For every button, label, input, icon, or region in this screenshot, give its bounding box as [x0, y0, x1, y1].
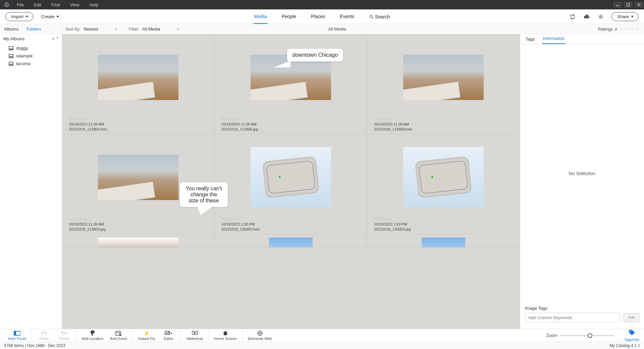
album-menu-button[interactable]: ▾ — [57, 36, 58, 41]
media-cell[interactable] — [367, 234, 520, 248]
thumbnail[interactable] — [251, 147, 331, 207]
svg-text:+: + — [93, 334, 95, 336]
album-item-label: sdample — [16, 53, 33, 58]
thumbnail[interactable] — [98, 155, 178, 200]
undo-button[interactable]: ↶▾ Undo — [34, 330, 54, 341]
create-button[interactable]: Create — [41, 14, 59, 19]
status-left: 4788 Items | Nov 1968 - Dec 2023 — [4, 343, 65, 348]
ratings-filter[interactable]: Ratings ≥ ☆☆☆☆☆ — [598, 27, 644, 32]
refresh-icon[interactable] — [569, 13, 576, 20]
hide-panel-button[interactable]: Hide Panel — [5, 330, 30, 341]
media-filename: 20231018_113809.jpg — [69, 227, 208, 232]
tab-search[interactable]: Search — [368, 10, 390, 24]
editor-button[interactable]: ▾ Editor — [159, 330, 179, 341]
maximize-button[interactable] — [623, 1, 633, 8]
zoom-slider[interactable] — [560, 335, 614, 336]
calendar-icon: + — [115, 330, 121, 336]
right-panel: Tags Information No Selection Image Tags… — [520, 34, 644, 329]
svg-point-31 — [630, 331, 631, 332]
media-filename: 20231018_130003.heic — [221, 227, 360, 232]
album-icon — [9, 46, 13, 50]
rating-stars[interactable]: ☆☆☆☆☆ — [374, 216, 513, 221]
menu-items: File Edit Find View Help — [13, 2, 98, 7]
rating-stars[interactable]: ☆☆☆☆☆ — [69, 116, 208, 121]
keywords-input[interactable] — [525, 313, 620, 322]
dock-label: Undo — [40, 337, 48, 341]
menu-edit[interactable]: Edit — [34, 2, 41, 7]
dock-label: Rotate — [59, 337, 69, 341]
media-cell[interactable]: ☆☆☆☆☆ 10/18/2023 1:00 PM 20231018_130003… — [215, 134, 367, 234]
thumbnail[interactable] — [403, 147, 484, 207]
media-date: 10/18/2023 11:38 AM — [221, 122, 360, 127]
albums-tab[interactable]: Albums — [4, 27, 18, 32]
media-cell[interactable] — [62, 234, 215, 248]
add-event-button[interactable]: + Add Event — [107, 330, 130, 341]
share-button[interactable]: Share — [611, 12, 639, 21]
thumbnail[interactable] — [422, 238, 465, 248]
menu-find[interactable]: Find — [51, 2, 60, 7]
cloud-icon[interactable] — [583, 13, 590, 20]
panel-tab-information[interactable]: Information — [542, 34, 565, 44]
zoom-slider-knob[interactable] — [588, 333, 592, 338]
close-button[interactable] — [634, 1, 644, 8]
album-item[interactable]: sdample — [0, 52, 62, 60]
media-grid[interactable]: ☆☆☆☆☆ 10/18/2023 11:38 AM 20231018_11380… — [62, 34, 520, 329]
menu-view[interactable]: View — [70, 2, 79, 7]
media-filename: 20231018_113809.heic — [374, 127, 513, 132]
zoom-label: Zoom — [546, 333, 557, 338]
filter-select[interactable]: All Media ▾ — [142, 27, 178, 32]
tags-info-label: Tags/Info — [624, 338, 639, 342]
svg-marker-27 — [194, 332, 196, 334]
add-location-button[interactable]: + Add Location — [78, 330, 107, 341]
svg-line-7 — [372, 17, 373, 18]
elements-web-button[interactable]: Elements Web — [245, 330, 275, 341]
tab-places[interactable]: Places — [310, 10, 326, 24]
chevron-down-icon — [25, 16, 28, 17]
svg-line-15 — [599, 18, 599, 18]
album-item[interactable]: doggy — [0, 44, 62, 52]
folders-tab[interactable]: Folders — [26, 27, 41, 32]
zoom-control: Zoom — [546, 333, 614, 338]
sortby-select[interactable]: Newest ▾ — [84, 27, 116, 32]
rotate-button[interactable]: ↻▾ Rotate — [54, 330, 74, 341]
tab-media[interactable]: Media — [254, 10, 268, 24]
tab-people[interactable]: People — [281, 10, 297, 24]
import-label: Import — [11, 14, 23, 19]
media-cell[interactable] — [215, 234, 367, 248]
rating-stars[interactable]: ☆☆☆☆☆ — [69, 216, 208, 221]
add-keyword-button[interactable]: Add — [624, 313, 639, 322]
media-date: 10/18/2023 11:38 AM — [69, 122, 208, 127]
album-item[interactable]: tacoma — [0, 60, 62, 67]
rating-stars[interactable]: ☆☆☆☆☆ — [221, 216, 360, 221]
media-cell[interactable]: ☆☆☆☆☆ 10/18/2023 11:38 AM 20231018_11380… — [367, 34, 520, 134]
media-filename: 20231018_130003.jpg — [374, 227, 513, 232]
media-date: 10/18/2023 1:00 PM — [374, 222, 513, 227]
import-button[interactable]: Import — [5, 12, 33, 21]
rating-stars[interactable]: ☆☆☆☆☆ — [221, 116, 360, 121]
minimize-button[interactable] — [612, 1, 623, 8]
svg-rect-18 — [14, 331, 16, 335]
media-date: 10/18/2023 11:38 AM — [69, 222, 208, 227]
dock-label: Editor — [164, 337, 173, 341]
slideshow-button[interactable]: Slideshow — [183, 330, 207, 341]
stars-icon: ☆☆☆☆☆ — [619, 27, 639, 32]
instant-fix-button[interactable]: ⚡ Instant Fix — [135, 330, 159, 341]
thumbnail[interactable] — [403, 55, 484, 100]
media-cell[interactable]: ☆☆☆☆☆ 10/18/2023 1:00 PM 20231018_130003… — [367, 134, 520, 234]
menu-help[interactable]: Help — [90, 2, 99, 7]
add-album-button[interactable]: + — [52, 36, 55, 41]
brightness-icon[interactable] — [597, 13, 604, 20]
media-cell[interactable]: ☆☆☆☆☆ 10/18/2023 11:38 AM 20231018_11380… — [62, 34, 215, 134]
thumbnail[interactable] — [98, 55, 178, 100]
no-selection-label: No Selection — [520, 44, 644, 302]
menu-file[interactable]: File — [17, 2, 24, 7]
svg-line-16 — [602, 15, 602, 15]
my-albums-label: My Albums — [3, 36, 25, 41]
panel-tab-tags[interactable]: Tags — [525, 35, 535, 44]
thumbnail[interactable] — [269, 238, 313, 248]
tab-events[interactable]: Events — [339, 10, 355, 24]
thumbnail[interactable] — [98, 238, 178, 248]
home-screen-button[interactable]: Home Screen — [211, 330, 240, 341]
tags-info-button[interactable]: Tags/Info — [624, 330, 639, 342]
rating-stars[interactable]: ☆☆☆☆☆ — [374, 116, 513, 121]
